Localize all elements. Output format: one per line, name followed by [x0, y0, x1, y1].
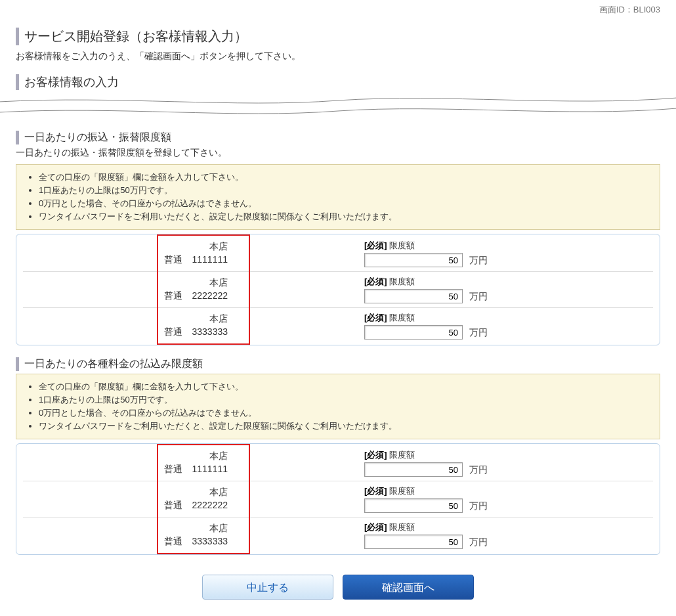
unit-label: 万円: [469, 255, 488, 265]
limit-input[interactable]: [364, 498, 463, 513]
payment-accounts-box: 本店 普通 1111111 [必須] 限度額 万円 本店 普通 2222222: [16, 443, 660, 555]
limit-input[interactable]: [364, 462, 463, 477]
limit-input[interactable]: [364, 325, 463, 340]
cancel-button[interactable]: 中止する: [202, 575, 333, 600]
transfer-limit-note: 一日あたりの振込・振替限度額を登録して下さい。: [16, 147, 660, 159]
account-type-number: 普通 2222222: [23, 499, 228, 512]
account-row: 本店 普通 3333333 [必須] 限度額 万円: [23, 517, 653, 553]
limit-label: 限度額: [389, 486, 415, 496]
limit-input[interactable]: [364, 535, 463, 549]
notice-item: 1口座あたりの上限は50万円です。: [39, 185, 650, 196]
unit-label: 万円: [469, 537, 488, 547]
notice-item: 0万円とした場合、その口座からの払込みはできません。: [39, 198, 650, 209]
limit-label: 限度額: [389, 450, 415, 460]
page-title: サービス開始登録（お客様情報入力）: [16, 28, 660, 45]
required-badge: [必須]: [364, 276, 387, 286]
account-branch: 本店: [23, 313, 228, 326]
limit-input[interactable]: [364, 253, 463, 267]
unit-label: 万円: [469, 291, 488, 301]
account-type-number: 普通 3333333: [23, 326, 228, 339]
unit-label: 万円: [469, 464, 488, 475]
required-badge: [必須]: [364, 240, 387, 250]
button-row: 中止する 確認画面へ: [16, 575, 660, 600]
notice-item: ワンタイムパスワードをご利用いただくと、設定した限度額に関係なくご利用いただけま…: [39, 211, 650, 223]
payment-limit-title: 一日あたりの各種料金の払込み限度額: [16, 357, 660, 371]
notice-item: ワンタイムパスワードをご利用いただくと、設定した限度額に関係なくご利用いただけま…: [39, 420, 650, 432]
limit-label: 限度額: [389, 240, 415, 250]
transfer-limit-title: 一日あたりの振込・振替限度額: [16, 131, 660, 144]
required-badge: [必須]: [364, 450, 387, 460]
account-type-number: 普通 1111111: [23, 253, 228, 267]
unit-label: 万円: [469, 500, 488, 511]
customer-info-title: お客様情報の入力: [16, 74, 660, 90]
payment-notice-box: 全ての口座の「限度額」欄に金額を入力して下さい。 1口座あたりの上限は50万円で…: [16, 374, 660, 439]
account-branch: 本店: [23, 240, 228, 253]
notice-item: 全ての口座の「限度額」欄に金額を入力して下さい。: [39, 381, 650, 393]
confirm-button[interactable]: 確認画面へ: [343, 575, 474, 600]
account-branch: 本店: [23, 276, 228, 290]
account-row: 本店 普通 2222222 [必須] 限度額 万円: [23, 272, 653, 308]
required-badge: [必須]: [364, 486, 387, 496]
transfer-accounts-box: 本店 普通 1111111 [必須] 限度額 万円 本店 普通 2222222: [16, 234, 660, 345]
account-branch: 本店: [23, 486, 228, 499]
account-row: 本店 普通 3333333 [必須] 限度額 万円: [23, 308, 653, 343]
account-type-number: 普通 2222222: [23, 290, 228, 303]
limit-input[interactable]: [364, 289, 463, 303]
account-row: 本店 普通 2222222 [必須] 限度額 万円: [23, 481, 653, 517]
limit-label: 限度額: [389, 522, 415, 532]
limit-label: 限度額: [389, 276, 415, 286]
required-badge: [必須]: [364, 313, 387, 322]
screen-id: 画面ID：BLI003: [0, 0, 676, 16]
limit-label: 限度額: [389, 313, 415, 322]
required-badge: [必須]: [364, 522, 387, 532]
notice-item: 1口座あたりの上限は50万円です。: [39, 394, 650, 406]
notice-item: 0万円とした場合、その口座からの払込みはできません。: [39, 407, 650, 419]
account-type-number: 普通 3333333: [23, 535, 228, 548]
transfer-notice-box: 全ての口座の「限度額」欄に金額を入力して下さい。 1口座あたりの上限は50万円で…: [16, 164, 660, 230]
account-branch: 本店: [23, 522, 228, 535]
account-row: 本店 普通 1111111 [必須] 限度額 万円: [23, 236, 653, 272]
account-row: 本店 普通 1111111 [必須] 限度額 万円: [23, 445, 653, 481]
unit-label: 万円: [469, 327, 488, 338]
omitted-content-separator: [0, 93, 676, 119]
notice-item: 全ての口座の「限度額」欄に金額を入力して下さい。: [39, 171, 650, 183]
account-branch: 本店: [23, 450, 228, 463]
page-instruction: お客様情報をご入力のうえ、「確認画面へ」ボタンを押して下さい。: [16, 51, 660, 62]
account-type-number: 普通 1111111: [23, 463, 228, 476]
